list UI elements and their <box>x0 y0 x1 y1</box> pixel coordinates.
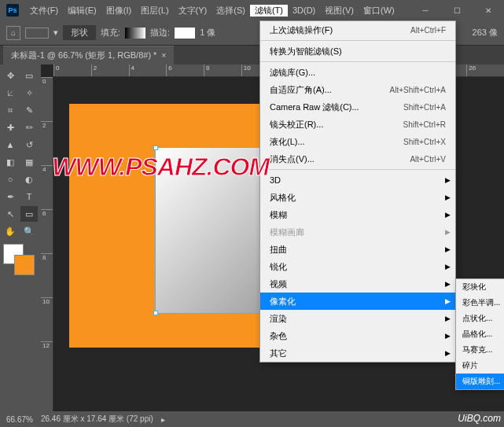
submenu-arrow-icon: ▶ <box>445 263 451 271</box>
filter-item-14[interactable]: 视频▶ <box>260 275 455 293</box>
submenu-arrow-icon: ▶ <box>445 315 451 322</box>
stroke-width[interactable]: 1 像 <box>200 27 215 39</box>
document-tab[interactable]: 未标题-1 @ 66.7% (矩形 1, RGB/8#) * × <box>3 46 174 64</box>
filter-item-10[interactable]: 模糊▶ <box>260 206 455 223</box>
handle-bl[interactable] <box>153 311 158 315</box>
crop-tool[interactable]: ⌗ <box>2 102 19 118</box>
filter-menu: 上次滤镜操作(F)Alt+Ctrl+F转换为智能滤镜(S)滤镜库(G)...自适… <box>259 20 456 363</box>
pixelate-item-0[interactable]: 彩块化 <box>456 279 504 295</box>
zoom-level[interactable]: 66.67% <box>6 415 33 424</box>
submenu-arrow-icon: ▶ <box>445 297 451 305</box>
menu-select[interactable]: 选择(S) <box>212 5 250 17</box>
pixelate-item-2[interactable]: 点状化... <box>456 311 504 326</box>
filter-item-6[interactable]: 液化(L)...Shift+Ctrl+X <box>260 133 455 150</box>
document-dims: 26.46 厘米 x 17.64 厘米 (72 ppi) <box>41 414 153 425</box>
filter-item-15[interactable]: 像素化▶ <box>260 293 455 310</box>
zoom-tool[interactable]: 🔍 <box>20 223 38 239</box>
path-tool[interactable]: ↖ <box>2 206 19 222</box>
filter-item-9[interactable]: 风格化▶ <box>260 189 455 206</box>
artboard-tool[interactable]: ▭ <box>20 68 38 83</box>
app-logo: Ps <box>6 4 19 17</box>
pen-tool[interactable]: ✒ <box>2 189 19 204</box>
dropdown-icon[interactable]: ▾ <box>53 28 58 38</box>
submenu-arrow-icon: ▶ <box>445 349 451 357</box>
gradient-tool[interactable]: ▦ <box>20 154 38 170</box>
minimize-button[interactable]: ─ <box>410 0 441 20</box>
menu-layer[interactable]: 图层(L) <box>136 5 173 17</box>
submenu-arrow-icon: ▶ <box>445 228 451 236</box>
eyedropper-tool[interactable]: ✎ <box>20 102 38 118</box>
hand-tool[interactable]: ✋ <box>2 223 19 239</box>
toolbox: ✥▭ ⟀✧ ⌗✎ ✚✏ ▲↺ ◧▦ ○◐ ✒T ↖▭ ✋🔍 <box>0 64 41 411</box>
pixelate-submenu: 彩块化彩色半调...点状化...晶格化...马赛克...碎片铜版雕刻... <box>455 278 504 390</box>
menu-text[interactable]: 文字(Y) <box>174 5 212 17</box>
filter-item-3[interactable]: 自适应广角(A)...Alt+Shift+Ctrl+A <box>260 81 455 98</box>
ruler-vertical: 024681012 <box>41 77 53 411</box>
blur-tool[interactable]: ○ <box>2 171 19 187</box>
fill-swatch[interactable] <box>125 28 145 39</box>
rectangle-tool[interactable]: ▭ <box>20 206 38 222</box>
submenu-arrow-icon: ▶ <box>445 193 451 201</box>
pixelate-item-3[interactable]: 晶格化... <box>456 326 504 342</box>
pixelate-item-1[interactable]: 彩色半调... <box>456 295 504 311</box>
filter-item-16[interactable]: 渲染▶ <box>260 310 455 327</box>
shape-mode-select[interactable]: 形状 <box>63 25 96 40</box>
filter-item-2[interactable]: 滤镜库(G)... <box>260 64 455 81</box>
filter-item-8[interactable]: 3D▶ <box>260 171 455 189</box>
type-tool[interactable]: T <box>20 189 38 204</box>
fill-label: 填充: <box>101 27 120 39</box>
menu-view[interactable]: 视图(V) <box>320 5 359 17</box>
submenu-arrow-icon: ▶ <box>445 245 451 253</box>
maximize-button[interactable]: ☐ <box>441 0 473 20</box>
close-button[interactable]: ✕ <box>473 0 504 20</box>
watermark-2: UiBQ.com <box>458 413 501 424</box>
submenu-arrow-icon: ▶ <box>445 332 451 340</box>
filter-item-7[interactable]: 消失点(V)...Alt+Ctrl+V <box>260 150 455 167</box>
pixelate-item-4[interactable]: 马赛克... <box>456 342 504 358</box>
submenu-arrow-icon: ▶ <box>445 211 451 219</box>
brush-tool[interactable]: ✏ <box>20 120 38 135</box>
filter-item-0[interactable]: 上次滤镜操作(F)Alt+Ctrl+F <box>260 21 455 39</box>
filter-item-18[interactable]: 其它▶ <box>260 344 455 362</box>
dropdown-icon[interactable]: ▸ <box>161 415 165 424</box>
stroke-swatch[interactable] <box>175 28 195 39</box>
filter-item-13[interactable]: 锐化▶ <box>260 258 455 275</box>
background-color[interactable] <box>14 255 35 275</box>
extra-value: 263 像 <box>473 27 498 39</box>
menu-filter[interactable]: 滤镜(T) <box>250 5 288 17</box>
move-tool[interactable]: ✥ <box>2 68 19 83</box>
stroke-label: 描边: <box>150 27 170 39</box>
stamp-tool[interactable]: ▲ <box>2 137 19 153</box>
pixelate-item-5[interactable]: 碎片 <box>456 358 504 374</box>
menu-file[interactable]: 文件(F) <box>25 5 63 17</box>
menu-image[interactable]: 图像(I) <box>101 5 136 17</box>
submenu-arrow-icon: ▶ <box>445 176 451 184</box>
pixelate-item-6[interactable]: 铜版雕刻... <box>456 374 504 389</box>
home-icon[interactable]: ⌂ <box>6 26 20 40</box>
tab-title: 未标题-1 @ 66.7% (矩形 1, RGB/8#) * <box>11 50 156 61</box>
filter-item-17[interactable]: 杂色▶ <box>260 327 455 344</box>
filter-item-4[interactable]: Camera Raw 滤镜(C)...Shift+Ctrl+A <box>260 98 455 116</box>
status-bar: 66.67% 26.46 厘米 x 17.64 厘米 (72 ppi) ▸ <box>0 411 504 427</box>
menu-window[interactable]: 窗口(W) <box>359 5 399 17</box>
filter-item-1[interactable]: 转换为智能滤镜(S) <box>260 42 455 60</box>
close-tab-icon[interactable]: × <box>161 51 166 60</box>
history-brush-tool[interactable]: ↺ <box>20 137 38 153</box>
dodge-tool[interactable]: ◐ <box>20 171 38 187</box>
healing-tool[interactable]: ✚ <box>2 120 19 135</box>
submenu-arrow-icon: ▶ <box>445 280 451 288</box>
lasso-tool[interactable]: ⟀ <box>2 85 19 101</box>
filter-item-5[interactable]: 镜头校正(R)...Shift+Ctrl+R <box>260 116 455 133</box>
menu-3d[interactable]: 3D(D) <box>288 6 320 15</box>
filter-item-11[interactable]: 模糊画廊▶ <box>260 223 455 241</box>
eraser-tool[interactable]: ◧ <box>2 154 19 170</box>
wand-tool[interactable]: ✧ <box>20 85 38 101</box>
shape-preview[interactable] <box>25 28 49 39</box>
watermark: WWW.PSAHZ.COM <box>52 153 269 182</box>
handle-tl[interactable] <box>153 145 158 150</box>
filter-item-12[interactable]: 扭曲▶ <box>260 241 455 258</box>
menu-edit[interactable]: 编辑(E) <box>63 5 101 17</box>
